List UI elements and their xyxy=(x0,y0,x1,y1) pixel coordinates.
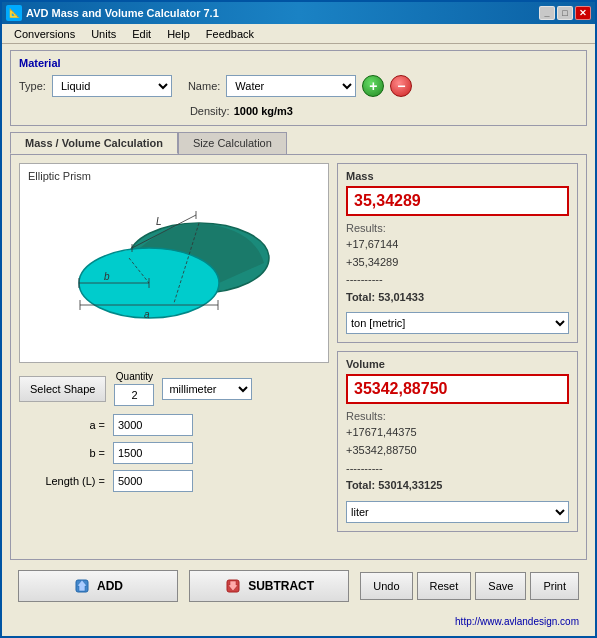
type-field: Type: Liquid Solid Gas xyxy=(19,75,172,97)
mass-title: Mass xyxy=(346,170,569,182)
main-content: Material Type: Liquid Solid Gas Name: Wa… xyxy=(2,44,595,636)
undo-button[interactable]: Undo xyxy=(360,572,412,600)
volume-title: Volume xyxy=(346,358,569,370)
dim-row-l: Length (L) = xyxy=(35,470,329,492)
type-label: Type: xyxy=(19,80,46,92)
tab-mass-volume[interactable]: Mass / Volume Calculation xyxy=(10,132,178,154)
select-shape-button[interactable]: Select Shape xyxy=(19,376,106,402)
menu-units[interactable]: Units xyxy=(83,26,124,42)
maximize-button[interactable]: □ xyxy=(557,6,573,20)
tabs-container: Mass / Volume Calculation Size Calculati… xyxy=(10,132,587,560)
svg-text:b: b xyxy=(104,271,110,282)
menu-feedback[interactable]: Feedback xyxy=(198,26,262,42)
name-label: Name: xyxy=(188,80,220,92)
bottom-buttons: ADD SUBTRACT Undo Reset Save Print xyxy=(10,566,587,608)
title-controls: _ □ ✕ xyxy=(539,6,591,20)
density-label: Density: xyxy=(190,105,230,117)
bottom-right-buttons: Undo Reset Save Print xyxy=(360,570,579,602)
density-row: Density: 1000 kg/m3 xyxy=(188,105,412,117)
mass-results-details: +17,67144+35,34289----------Total: 53,01… xyxy=(346,236,569,306)
quantity-group: Quantity xyxy=(114,371,154,406)
close-button[interactable]: ✕ xyxy=(575,6,591,20)
unit-select[interactable]: millimeter centimeter meter inch foot xyxy=(162,378,252,400)
material-right: Name: Water Mercury Oil + − Density: 100… xyxy=(188,75,412,117)
footer-url: http://www.avlandesign.com xyxy=(455,616,579,627)
mass-unit-select[interactable]: ton [metric] kilogram gram pound xyxy=(346,312,569,334)
dim-label-l: Length (L) = xyxy=(35,475,105,487)
remove-material-button[interactable]: − xyxy=(390,75,412,97)
menu-edit[interactable]: Edit xyxy=(124,26,159,42)
add-button[interactable]: ADD xyxy=(18,570,178,602)
volume-section: Volume Results: +17671,44375+35342,88750… xyxy=(337,351,578,531)
dim-input-l[interactable] xyxy=(113,470,193,492)
menubar: Conversions Units Edit Help Feedback xyxy=(2,24,595,44)
tab-size[interactable]: Size Calculation xyxy=(178,132,287,154)
title-bar: 📐 AVD Mass and Volume Calculator 7.1 _ □… xyxy=(2,2,595,24)
shape-controls-row: Select Shape Quantity millimeter centime… xyxy=(19,371,329,406)
quantity-input[interactable] xyxy=(114,384,154,406)
window-title: AVD Mass and Volume Calculator 7.1 xyxy=(26,7,219,19)
mass-main-value[interactable] xyxy=(346,186,569,216)
volume-results-details: +17671,44375+35342,88750----------Total:… xyxy=(346,424,569,494)
name-row: Name: Water Mercury Oil + − xyxy=(188,75,412,97)
volume-results-label: Results: xyxy=(346,410,569,422)
dim-label-b: b = xyxy=(35,447,105,459)
dim-input-b[interactable] xyxy=(113,442,193,464)
mass-section: Mass Results: +17,67144+35,34289--------… xyxy=(337,163,578,343)
material-top-row: Type: Liquid Solid Gas Name: Water Mercu… xyxy=(19,75,578,117)
shape-illustration: L b a xyxy=(44,183,304,343)
tab-headers: Mass / Volume Calculation Size Calculati… xyxy=(10,132,587,154)
footer: http://www.avlandesign.com xyxy=(10,614,587,630)
add-material-button[interactable]: + xyxy=(362,75,384,97)
material-section: Material Type: Liquid Solid Gas Name: Wa… xyxy=(10,50,587,126)
add-icon xyxy=(73,577,91,595)
dim-row-a: a = xyxy=(35,414,329,436)
menu-help[interactable]: Help xyxy=(159,26,198,42)
shape-name: Elliptic Prism xyxy=(28,170,91,182)
save-button[interactable]: Save xyxy=(475,572,526,600)
tab-content: Elliptic Prism xyxy=(10,154,587,560)
svg-text:a: a xyxy=(144,309,150,320)
dim-input-a[interactable] xyxy=(113,414,193,436)
dimensions-group: a = b = Length (L) = xyxy=(19,414,329,492)
type-select[interactable]: Liquid Solid Gas xyxy=(52,75,172,97)
material-section-title: Material xyxy=(19,57,578,69)
minimize-button[interactable]: _ xyxy=(539,6,555,20)
print-button[interactable]: Print xyxy=(530,572,579,600)
mass-results-label: Results: xyxy=(346,222,569,234)
left-panel: Elliptic Prism xyxy=(19,163,329,551)
right-panel: Mass Results: +17,67144+35,34289--------… xyxy=(337,163,578,551)
subtract-button[interactable]: SUBTRACT xyxy=(189,570,349,602)
quantity-label: Quantity xyxy=(116,371,153,382)
name-select[interactable]: Water Mercury Oil xyxy=(226,75,356,97)
shape-display: Elliptic Prism xyxy=(19,163,329,363)
reset-button[interactable]: Reset xyxy=(417,572,472,600)
app-icon: 📐 xyxy=(6,5,22,21)
menu-conversions[interactable]: Conversions xyxy=(6,26,83,42)
volume-main-value[interactable] xyxy=(346,374,569,404)
svg-text:L: L xyxy=(156,216,162,227)
subtract-icon xyxy=(224,577,242,595)
title-bar-left: 📐 AVD Mass and Volume Calculator 7.1 xyxy=(6,5,219,21)
main-window: 📐 AVD Mass and Volume Calculator 7.1 _ □… xyxy=(0,0,597,638)
dim-label-a: a = xyxy=(35,419,105,431)
volume-unit-select[interactable]: liter milliliter cubic meter gallon xyxy=(346,501,569,523)
dim-row-b: b = xyxy=(35,442,329,464)
density-value: 1000 kg/m3 xyxy=(234,105,293,117)
